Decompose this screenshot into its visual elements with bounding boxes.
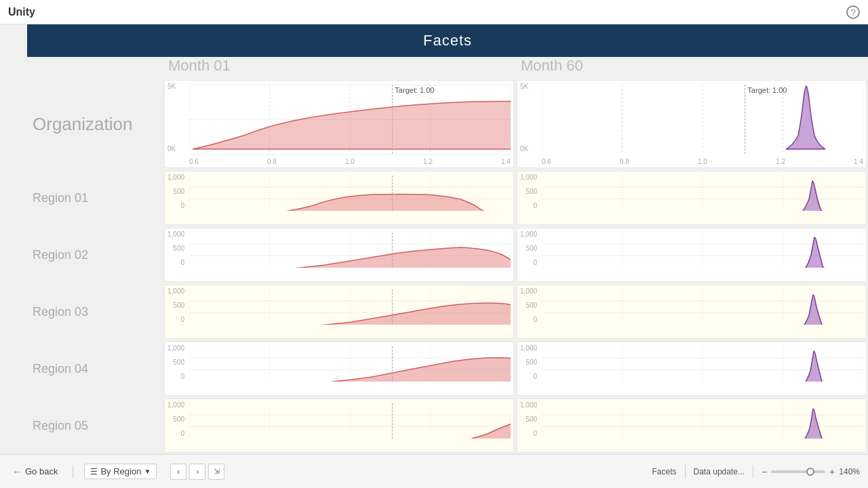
x-axis-labels-org-m60: 0.6 0.8 1.0 1.2 1.4 [542, 158, 863, 165]
y-axis-labels: 1,000 500 0 [520, 174, 537, 209]
table-row: Region 01 1,000 500 0 [27, 171, 868, 225]
y-axis-labels: 1,000 500 0 [520, 231, 537, 266]
y-axis-labels: 1,000 500 0 [520, 402, 537, 437]
column-headers: Month 01 Month 60 [27, 57, 868, 80]
table-row: Region 02 1,000 500 0 [27, 228, 868, 282]
data-grid: Organization 5K 0K [27, 80, 868, 454]
sidebar [0, 24, 27, 454]
target-line [392, 346, 393, 382]
by-region-select[interactable]: ☰ By Region ▼ [84, 464, 157, 479]
divider [753, 465, 753, 479]
region-chart-svg [189, 232, 511, 268]
target-label-org-m60: Target: 1.00 [747, 86, 787, 94]
table-row: Region 05 1,000 500 0 [27, 399, 868, 453]
data-update-label: Data update... [694, 467, 745, 476]
region-chart-svg [189, 346, 511, 382]
row-label-region02: Region 02 [27, 228, 163, 282]
divider [73, 465, 73, 479]
region-chart-svg [189, 289, 511, 325]
bottom-right-controls: Facets Data update... − + 140% [652, 465, 860, 479]
col-header-spacer [27, 57, 163, 75]
chart-region05-month60: 1,000 500 0 [517, 399, 867, 453]
facets-status-label: Facets [652, 467, 677, 476]
help-icon[interactable]: ? [846, 5, 860, 19]
region-chart-svg [542, 176, 863, 211]
dropdown-icon: ▼ [144, 468, 151, 475]
chart-svg-org-m01 [189, 85, 511, 154]
zoom-in-button[interactable]: + [829, 466, 835, 477]
list-icon: ☰ [90, 467, 98, 476]
y-axis-labels: 1,000 500 0 [167, 288, 184, 323]
header-banner: Facets [27, 24, 868, 57]
by-region-label: By Region [100, 466, 141, 476]
y-axis-labels: 1,000 500 0 [167, 231, 184, 266]
chart-region03-month60: 1,000 500 0 [517, 285, 867, 339]
target-line [392, 176, 393, 211]
zoom-control: − + 140% [762, 466, 860, 477]
go-back-label: Go back [25, 466, 58, 476]
row-label-region01: Region 01 [27, 171, 163, 225]
nav-prev-button[interactable]: ‹ [170, 464, 186, 480]
table-row: Organization 5K 0K [27, 80, 868, 168]
chart-area-org-m60: Target: 1.00 [542, 85, 863, 154]
zoom-level-label: 140% [839, 467, 860, 476]
chart-region01-month01: 1,000 500 0 [164, 171, 514, 225]
target-line-org-m60 [745, 85, 745, 154]
zoom-slider[interactable] [771, 470, 825, 473]
target-line [392, 232, 393, 268]
target-label-org-m01: Target: 1.00 [395, 86, 434, 94]
nav-expand-button[interactable]: ⇲ [208, 464, 224, 480]
chart-area [189, 289, 511, 325]
row-label-organization: Organization [27, 80, 163, 168]
chart-area [542, 232, 863, 268]
row-label-region04: Region 04 [27, 342, 163, 396]
unity-logo: Unity [8, 6, 35, 18]
region-chart-svg [189, 176, 511, 211]
chart-region04-month01: 1,000 500 0 [164, 342, 514, 396]
chart-org-month60: 5K 0K Target: 1.00 [517, 80, 867, 168]
chart-region02-month01: 1,000 500 0 [164, 228, 514, 282]
x-axis-labels-org-m01: 0.6 0.8 1.0 1.2 1.4 [189, 158, 511, 165]
y-axis-labels: 5K 0K [167, 83, 176, 152]
row-label-region05: Region 05 [27, 399, 163, 453]
main-content: Month 01 Month 60 Organization 5K 0K [27, 57, 868, 454]
y-axis-labels: 1,000 500 0 [167, 345, 184, 380]
chart-area [189, 176, 511, 211]
nav-next-button[interactable]: › [189, 464, 205, 480]
divider [685, 465, 686, 479]
chart-svg-org-m60 [542, 85, 863, 154]
region-chart-svg [542, 403, 863, 439]
chart-org-month01: 5K 0K [164, 80, 514, 168]
region-chart-svg [542, 289, 863, 325]
y-axis-labels: 5K 0K [520, 83, 528, 152]
chart-region05-month01: 1,000 500 0 [164, 399, 514, 453]
go-back-button[interactable]: ← Go back [8, 463, 62, 480]
y-axis-labels: 1,000 500 0 [520, 345, 537, 380]
grid-line [189, 154, 511, 155]
chart-area [189, 403, 511, 439]
col-header-month60: Month 60 [515, 57, 868, 75]
y-axis-labels: 1,000 500 0 [167, 402, 184, 437]
zoom-out-button[interactable]: − [762, 466, 767, 477]
chart-region04-month60: 1,000 500 0 [517, 342, 867, 396]
chart-region01-month60: 1,000 500 0 [517, 171, 867, 225]
table-row: Region 04 1,000 500 0 [27, 342, 868, 396]
row-label-region03: Region 03 [27, 285, 163, 339]
target-line-org-m01 [392, 85, 393, 154]
bottom-bar: ← Go back ☰ By Region ▼ ‹ › ⇲ Facets Dat… [0, 454, 868, 488]
chart-area [189, 346, 511, 382]
chart-area-org-m01: Target: 1.00 [189, 85, 511, 154]
target-line [392, 403, 393, 439]
region-chart-svg [542, 346, 863, 382]
chart-area [542, 346, 863, 382]
page-title: Facets [423, 32, 472, 49]
y-axis-labels: 1,000 500 0 [167, 174, 184, 209]
chart-region03-month01: 1,000 500 0 [164, 285, 514, 339]
region-chart-svg [189, 403, 511, 439]
y-axis-labels: 1,000 500 0 [520, 288, 537, 323]
chart-area [542, 289, 863, 325]
region-chart-svg [542, 232, 863, 268]
zoom-thumb [806, 468, 814, 476]
navigation-controls: ‹ › ⇲ [170, 464, 224, 480]
col-header-month01: Month 01 [163, 57, 515, 75]
